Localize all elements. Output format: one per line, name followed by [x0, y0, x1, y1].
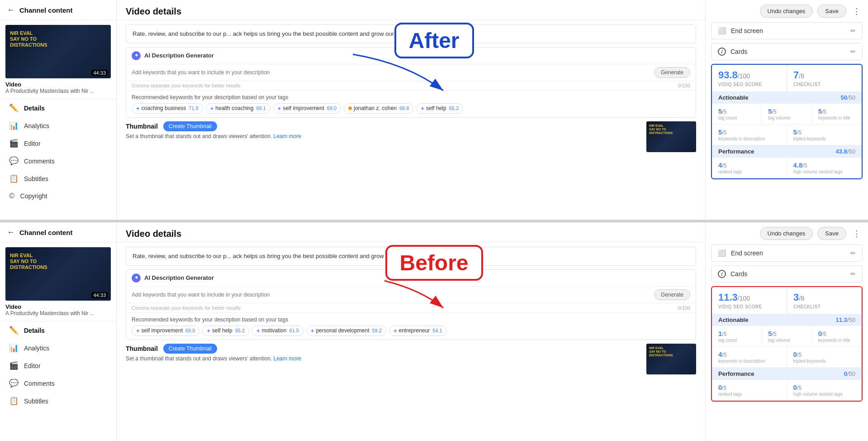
ai-hint: Comma separate your keywords for better … [126, 81, 696, 91]
sidebar-nav-item[interactable]: 📊 Analytics [0, 117, 116, 134]
keyword-chip[interactable]: + self improvement 69.0 [273, 103, 341, 114]
keyword-chip[interactable]: + personal development 59.2 [306, 326, 386, 336]
right-toolbar: Undo changes Save ⋮ [706, 0, 868, 20]
sidebar-nav-item[interactable]: 💬 Comments [0, 152, 116, 170]
keyword-chip[interactable]: + entrepreneur 54.1 [389, 326, 447, 336]
sidebar-nav-item[interactable]: © Copyright [0, 187, 116, 205]
channel-content-label: Channel content [19, 6, 73, 14]
more-options-icon[interactable]: ⋮ [851, 6, 863, 16]
pencil-icon-cards[interactable]: ✏ [850, 48, 856, 55]
keyword-chip[interactable]: + motivation 61.5 [252, 326, 304, 336]
sidebar-nav-item[interactable]: 💬 Comments [0, 374, 116, 392]
nav-label: Analytics [24, 345, 49, 352]
nav-icon: 💬 [9, 379, 19, 388]
undo-button[interactable]: Undo changes [760, 5, 813, 18]
sidebar-nav-item[interactable]: 📊 Analytics [0, 339, 116, 357]
description-box[interactable]: Rate, review, and subscribe to our p... … [126, 24, 696, 43]
seo-metric: 1/5 tag count [712, 326, 762, 347]
sidebar-nav-item[interactable]: 📋 Subtitles [0, 392, 116, 410]
keyword-chip[interactable]: + self improvement 69.0 [132, 326, 199, 336]
sidebar-header[interactable]: ← Channel content [0, 0, 116, 20]
video-sublabel: A Productivity Masterclass with Nir ... [5, 310, 111, 316]
nav-icon: 📋 [9, 174, 19, 183]
actionable-metrics-grid: 5/5 tag count 5/5 tag volume 5/5 keyword… [712, 104, 862, 125]
learn-more-link[interactable]: Learn more [273, 133, 301, 139]
actionable-metrics-grid2: 5/5 keywords in description 5/5 tripled … [712, 125, 862, 145]
cards-item[interactable]: i Cards ✏ [711, 43, 863, 60]
thumbnail-section: Thumbnail Create Thumbnail Set a thumbna… [126, 344, 696, 374]
save-button[interactable]: Save [817, 5, 846, 18]
pencil-icon[interactable]: ✏ [850, 27, 856, 34]
thumbnail-title: Thumbnail [126, 123, 158, 130]
sidebar-nav-item[interactable]: ✏️ Details [0, 321, 116, 339]
nav-icon: 📋 [9, 396, 19, 406]
char-count: 0/100 [678, 305, 690, 311]
sidebar-nav-item[interactable]: ✏️ Details [0, 99, 116, 117]
back-arrow-icon[interactable]: ← [7, 5, 15, 14]
nav-icon: 🎬 [9, 139, 19, 148]
back-arrow-icon[interactable]: ← [7, 228, 15, 237]
end-screen-label: End screen [731, 27, 846, 34]
create-thumbnail-button[interactable]: Create Thumbnail [163, 121, 217, 131]
generate-button[interactable]: Generate [654, 67, 690, 78]
thumb-title-text: NIR EVALSAY NO TODISTRACTIONS [10, 253, 47, 271]
plus-icon: + [278, 105, 281, 112]
create-thumbnail-button[interactable]: Create Thumbnail [163, 344, 217, 354]
metric-value: 5/5 [793, 128, 856, 136]
nav-icon: 🎬 [9, 361, 19, 370]
keyword-chip[interactable]: + self help 65.2 [202, 326, 249, 336]
generate-button[interactable]: Generate [654, 289, 690, 300]
video-thumbnail: NIR EVALSAY NO TODISTRACTIONS 44:33 [5, 247, 111, 301]
description-text: Rate, review, and subscribe to our p... … [133, 253, 425, 259]
hint-text: Comma separate your keywords for better … [132, 305, 241, 311]
metric-value: 0/5 [818, 330, 855, 337]
performance-section-header: Performance 43.8/50 [712, 145, 862, 158]
cards-item[interactable]: i Cards ✏ [711, 265, 863, 283]
learn-more-link[interactable]: Learn more [273, 355, 301, 362]
ai-keyword-input[interactable] [132, 292, 650, 298]
sidebar-header[interactable]: ← Channel content [0, 222, 116, 243]
more-options-icon[interactable]: ⋮ [851, 229, 863, 239]
keyword-score: 69.0 [327, 105, 337, 111]
nav-label: Comments [24, 380, 55, 387]
nav-label: Editor [24, 362, 41, 369]
seo-score-cell: 11.3/100 VIDIQ SEO SCORE [712, 287, 787, 314]
metric-value: 5/5 [818, 107, 855, 115]
end-screen-item[interactable]: ⬜ End screen ✏ [711, 244, 863, 262]
sidebar-nav-item[interactable]: 🎬 Editor [0, 357, 116, 374]
sidebar-nav-item[interactable]: 🎬 Editor [0, 134, 116, 152]
nav-icon: 📊 [9, 121, 19, 130]
panel-before: Before ← Channel content NIR EVALSAY NO … [0, 222, 868, 441]
keyword-chip[interactable]: + coaching business 71.9 [132, 103, 203, 114]
end-screen-item[interactable]: ⬜ End screen ✏ [711, 22, 863, 39]
dot-icon [348, 106, 352, 110]
checklist-label: CHECKLIST [793, 82, 855, 87]
description-text: Rate, review, and subscribe to our p... … [133, 30, 425, 37]
performance-label: Performance [718, 370, 754, 377]
keywords-row: + self improvement 69.0 + self help 65.2… [132, 326, 690, 336]
pencil-icon[interactable]: ✏ [850, 249, 856, 257]
undo-button[interactable]: Undo changes [760, 227, 813, 240]
keyword-score: 71.9 [189, 105, 198, 111]
metric-label: keywords in description [718, 359, 780, 364]
nav-label: Subtitles [24, 398, 48, 405]
seo-metric: 5/5 tag count [712, 104, 762, 125]
metric-value: 4.8/5 [793, 161, 856, 169]
metric-label: tripled keywords [793, 136, 856, 141]
seo-score-card: 93.8/100 VIDIQ SEO SCORE 7/8 CHECKLIST A… [711, 64, 863, 179]
nav-label: Copyright [20, 192, 47, 200]
save-button[interactable]: Save [817, 227, 846, 240]
keyword-score: 69.1 [256, 105, 266, 111]
actionable-label: Actionable [718, 94, 748, 101]
ai-keyword-input[interactable] [132, 69, 650, 76]
cards-label: Cards [730, 270, 846, 278]
keyword-chip[interactable]: + self help 65.2 [416, 103, 463, 114]
actionable-score: 11.3/50 [836, 316, 855, 323]
sidebar-nav-item[interactable]: 📋 Subtitles [0, 170, 116, 187]
char-count: 0/100 [678, 83, 690, 88]
description-box[interactable]: Rate, review, and subscribe to our p... … [126, 247, 696, 266]
keyword-chip[interactable]: jonathan z. cohen 68.8 [344, 103, 413, 114]
metric-value: 0/5 [718, 383, 780, 391]
keyword-chip[interactable]: + health coaching 69.1 [206, 103, 270, 114]
pencil-icon-cards[interactable]: ✏ [850, 270, 856, 278]
